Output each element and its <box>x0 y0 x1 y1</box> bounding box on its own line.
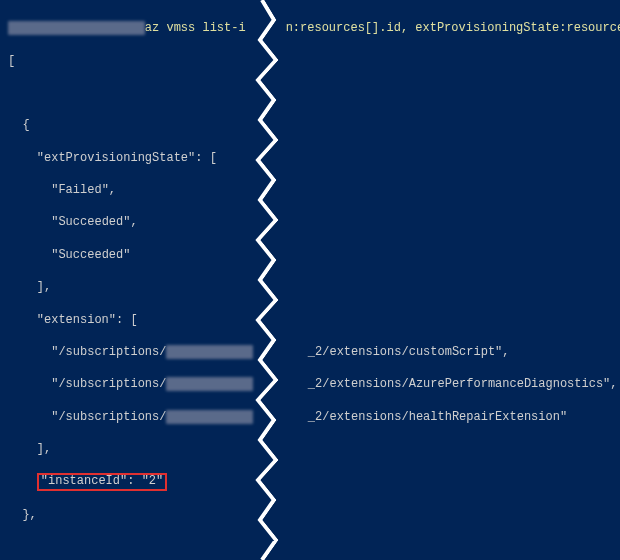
state-value: "Succeeded", <box>8 214 612 230</box>
extension-path: "/subscriptions/xxxxxxxxxxxx_2/extension… <box>8 376 612 392</box>
state-value: "Succeeded" <box>8 247 612 263</box>
terminal-output: PS C:\Users\admin> az vmss list-in:resou… <box>0 0 620 560</box>
state-value: "Failed", <box>8 182 612 198</box>
instance-id-highlight: "instanceId": "2" <box>37 473 167 490</box>
command-line: PS C:\Users\admin> az vmss list-in:resou… <box>8 20 612 36</box>
extension-label: "extension": [ <box>8 312 612 328</box>
instance-id-row: "instanceId": "2" <box>8 473 612 490</box>
brace-open: { <box>8 117 612 133</box>
brace-close: }, <box>8 507 612 523</box>
prompt-blur: PS C:\Users\admin> <box>8 21 145 35</box>
arr-close: ], <box>8 279 612 295</box>
command-right: n:resources[].id, extProvisioningState:r… <box>286 21 620 35</box>
arr-close: ], <box>8 441 612 457</box>
ext-prov-label: "extProvisioningState": [ <box>8 150 612 166</box>
json-open-bracket: [ <box>8 53 612 69</box>
extension-path: "/subscriptions/xxxxxxxxxxxx_2/extension… <box>8 409 612 425</box>
extension-path: "/subscriptions/xxxxxxxxxxxx_2/extension… <box>8 344 612 360</box>
command-left: az vmss list-i <box>145 21 246 35</box>
